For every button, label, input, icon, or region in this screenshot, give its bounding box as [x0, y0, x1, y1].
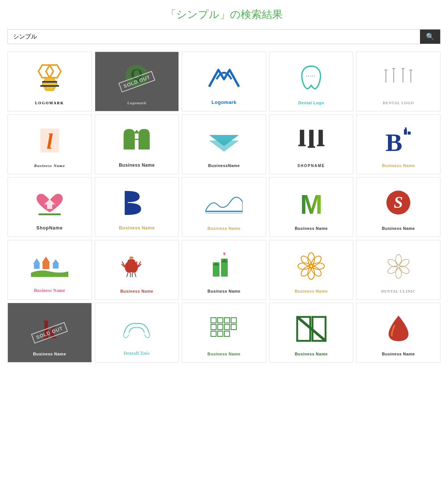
svg-rect-39 [34, 263, 39, 269]
logo-card-12[interactable]: Business Name [95, 177, 179, 237]
logo-label-22: DentalClinic [124, 351, 150, 356]
logo-card-6[interactable]: l Business Name [7, 114, 92, 174]
logo-label-7: Business Name [119, 163, 155, 168]
logo-card-11[interactable]: ShopName [7, 177, 92, 237]
svg-marker-2 [42, 78, 57, 90]
logo-card-14[interactable]: M Business Name [269, 177, 354, 237]
logo-label-23: Business Name [208, 352, 240, 356]
svg-rect-22 [309, 130, 314, 147]
logo-card-22[interactable]: DentalClinic [95, 303, 179, 363]
svg-rect-29 [405, 127, 407, 130]
logo-label-16: Business Name [34, 288, 65, 293]
svg-rect-28 [408, 132, 411, 135]
svg-rect-85 [312, 317, 326, 341]
logo-label-19: Business Name [295, 289, 327, 293]
svg-rect-81 [224, 331, 230, 336]
svg-rect-83 [231, 324, 236, 330]
svg-text:M: M [300, 189, 323, 218]
svg-point-60 [310, 265, 323, 278]
svg-rect-84 [297, 317, 310, 341]
svg-rect-32 [38, 213, 61, 215]
svg-point-68 [395, 268, 401, 278]
svg-text:l: l [46, 129, 53, 154]
svg-point-64 [299, 255, 312, 268]
search-button[interactable]: 🔍 [420, 30, 440, 44]
svg-point-65 [395, 254, 401, 265]
logo-label-20: DENTAL CLINIC [381, 289, 416, 293]
logo-card-3[interactable]: Logomark [182, 52, 266, 111]
svg-point-50 [127, 259, 134, 265]
logo-card-9[interactable]: SHOPNAME [269, 114, 354, 174]
logo-card-1[interactable]: LOGOMARK [7, 52, 92, 111]
logo-card-24[interactable]: Business Name [269, 303, 354, 363]
search-input[interactable] [8, 30, 420, 44]
svg-line-47 [127, 272, 128, 277]
logo-label-3: Logomark [212, 99, 237, 105]
logo-label-8: BusinessName [208, 163, 240, 168]
logo-label-1: LOGOMARK [35, 101, 64, 105]
logo-card-19[interactable]: Business Name [269, 240, 354, 300]
logo-label-11: ShopName [36, 225, 63, 231]
svg-rect-82 [231, 318, 236, 323]
svg-rect-27 [404, 129, 407, 135]
logo-label-12: Business Name [119, 225, 155, 231]
logo-label-4: Dental Logo [298, 101, 324, 105]
svg-rect-74 [218, 318, 223, 323]
logo-label-10: Business Name [382, 163, 415, 168]
logo-card-21[interactable]: k Business Name SOLD OUT [7, 303, 92, 363]
logo-label-24: Business Name [295, 352, 327, 356]
logo-card-4[interactable]: Dental Logo [269, 52, 354, 111]
search-bar: 🔍 [7, 29, 441, 44]
logo-card-17[interactable]: Business Name [95, 240, 179, 300]
svg-rect-41 [43, 263, 49, 269]
svg-rect-23 [308, 146, 315, 148]
svg-rect-79 [211, 331, 216, 336]
page-title: 「シンプル」の検索結果 [7, 7, 441, 22]
logo-label-9: SHOPNAME [298, 164, 325, 168]
logo-label-14: Business Name [295, 226, 327, 231]
svg-text:S: S [394, 193, 403, 212]
logo-card-10[interactable]: B Business Name [356, 114, 441, 174]
logo-card-20[interactable]: DENTAL CLINIC [356, 240, 441, 300]
logo-label-13: Business Name [208, 226, 240, 231]
logo-card-8[interactable]: BusinessName [182, 114, 266, 174]
svg-marker-44 [52, 259, 59, 264]
logo-label-21: Business Name [33, 352, 66, 356]
logo-card-16[interactable]: Business Name [7, 240, 92, 300]
logo-label-2: Logomark [127, 101, 146, 105]
svg-rect-76 [218, 324, 223, 330]
logo-card-23[interactable]: Business Name [182, 303, 266, 363]
svg-marker-40 [33, 258, 40, 263]
logo-card-18[interactable]: Business Name [182, 240, 266, 300]
logo-card-2[interactable]: Q Logomark SOLD OUT [95, 52, 179, 111]
svg-text:B: B [386, 128, 402, 155]
svg-rect-43 [53, 264, 58, 268]
logo-grid: LOGOMARK Q Logomark SOLD OUT Logomark [7, 52, 441, 363]
logo-card-13[interactable]: Business Name [182, 177, 266, 237]
svg-rect-73 [211, 318, 216, 323]
svg-point-62 [299, 265, 312, 278]
svg-rect-25 [317, 145, 324, 146]
svg-rect-33 [125, 191, 128, 215]
logo-card-5[interactable]: DENTAL LOGO [356, 52, 441, 111]
svg-point-58 [310, 255, 323, 268]
svg-rect-77 [224, 324, 230, 330]
svg-line-51 [135, 272, 136, 277]
svg-rect-21 [298, 145, 306, 146]
logo-label-17: Business Name [120, 289, 153, 293]
svg-rect-78 [211, 324, 216, 330]
svg-rect-19 [135, 133, 139, 137]
logo-label-15: Business Name [382, 226, 415, 231]
svg-line-86 [297, 317, 326, 341]
logo-card-25[interactable]: Business Name [356, 303, 441, 363]
logo-label-6: Business Name [34, 163, 65, 168]
logo-label-5: DENTAL LOGO [383, 101, 414, 105]
logo-card-7[interactable]: Business Name [95, 114, 179, 174]
svg-rect-31 [47, 204, 52, 209]
svg-marker-42 [42, 256, 50, 263]
svg-rect-80 [218, 331, 223, 336]
logo-card-15[interactable]: S Business Name [356, 177, 441, 237]
svg-rect-75 [224, 318, 230, 323]
svg-text:Q: Q [131, 66, 143, 83]
svg-text:k: k [43, 315, 57, 344]
